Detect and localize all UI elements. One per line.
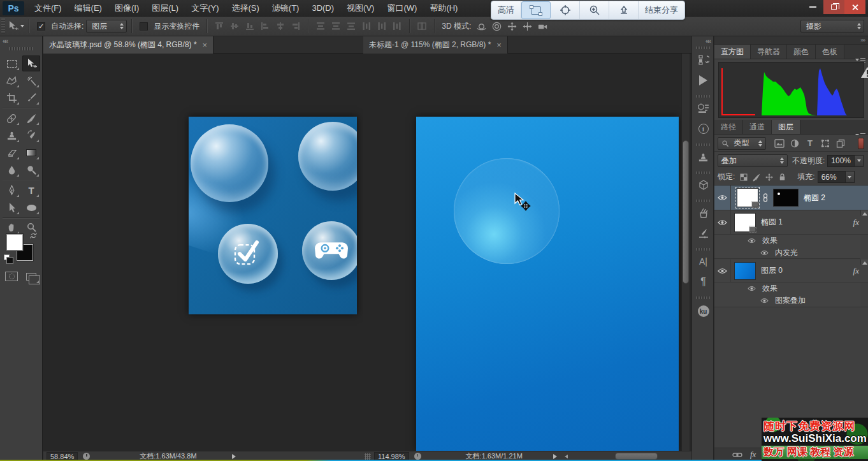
layer-thumbnail[interactable] (735, 214, 755, 231)
effects-row[interactable]: 效果 (714, 282, 860, 295)
info-panel-icon[interactable]: i (692, 121, 714, 137)
doc2-vscroll-thumb[interactable] (683, 140, 689, 284)
lock-position-icon[interactable] (763, 170, 775, 184)
type-tool[interactable]: T (22, 182, 40, 198)
3d-orbit-icon[interactable] (474, 19, 488, 33)
menu-image[interactable]: 图像(I) (108, 0, 145, 17)
close-button[interactable] (844, 0, 865, 14)
marquee-tool[interactable] (3, 55, 20, 71)
align-hcenter-icon[interactable] (273, 19, 287, 33)
target-button[interactable] (551, 1, 580, 19)
brush-presets-panel-icon[interactable] (692, 205, 714, 221)
doc1-close-icon[interactable]: × (203, 40, 208, 50)
dodge-tool[interactable] (22, 162, 40, 178)
lock-all-icon[interactable] (776, 170, 788, 184)
tab-channels[interactable]: 通道 (743, 120, 772, 134)
properties-panel-icon[interactable] (692, 100, 714, 117)
tab-swatches[interactable]: 色板 (816, 45, 844, 59)
doc2-resize-grip[interactable] (365, 453, 371, 460)
foreground-color-swatch[interactable] (6, 234, 23, 251)
filter-image-icon[interactable] (772, 136, 786, 150)
3d-camera-icon[interactable] (535, 19, 549, 33)
upload-button[interactable] (609, 1, 639, 19)
distribute-vcenter-icon[interactable] (329, 19, 343, 33)
opacity-dropdown-icon[interactable] (855, 155, 864, 167)
tab-paths[interactable]: 路径 (714, 120, 743, 134)
doc2-hscroll-thumb[interactable] (615, 453, 658, 460)
menu-file[interactable]: 文件(F) (28, 0, 68, 17)
layer-visibility-toggle[interactable] (714, 260, 731, 282)
zoom-button[interactable] (580, 1, 609, 19)
toolbox-collapse-icon[interactable]: «« (3, 38, 7, 45)
mask-link-icon[interactable] (762, 193, 769, 202)
align-right-icon[interactable] (289, 19, 303, 33)
fill-field[interactable]: 66% (818, 171, 846, 183)
character-panel-icon[interactable]: A| (692, 253, 714, 270)
brush-tool[interactable] (22, 110, 40, 126)
default-colors-icon[interactable] (4, 254, 10, 260)
layer-row-ellipse1[interactable]: 椭圆 1 fx (714, 210, 868, 235)
layer-name[interactable]: 椭圆 1 (761, 217, 783, 228)
lasso-tool[interactable] (3, 73, 20, 89)
auto-select-checkbox[interactable]: ✓ (37, 22, 45, 31)
eraser-tool[interactable] (3, 145, 20, 161)
blend-mode-dropdown[interactable]: 叠加 (718, 154, 788, 167)
layer-row-layer0[interactable]: 图层 0 fx (714, 260, 868, 282)
history-panel-icon[interactable] (692, 52, 714, 68)
dock-expand-icon[interactable]: »» (714, 36, 868, 45)
swap-colors-icon[interactable] (29, 231, 38, 240)
effects-row[interactable]: 效果 (714, 235, 860, 247)
filter-type-icon[interactable]: T (803, 136, 817, 150)
doc2-close-icon[interactable]: × (496, 40, 502, 50)
path-select-tool[interactable] (3, 200, 20, 216)
menu-help[interactable]: 帮助(H) (423, 0, 464, 17)
auto-align-icon[interactable] (415, 19, 429, 33)
hd-button[interactable]: 高清 (491, 1, 521, 19)
history-brush-tool[interactable] (22, 128, 40, 143)
tab-histogram[interactable]: 直方图 (714, 45, 751, 59)
lock-pixels-icon[interactable] (751, 170, 762, 184)
opacity-field[interactable]: 100% (827, 155, 855, 167)
menu-select[interactable]: 选择(S) (225, 0, 265, 17)
doc1-tab[interactable]: 水晶玻璃球.psd @ 58.8% (椭圆 4, RGB/8) * × (43, 36, 213, 54)
screen-mode-button[interactable] (22, 268, 40, 284)
tab-color[interactable]: 颜色 (787, 45, 816, 59)
magic-wand-tool[interactable] (22, 73, 40, 89)
show-transform-checkbox[interactable]: ✓ (140, 22, 148, 31)
layer-mask-thumbnail[interactable] (774, 189, 798, 206)
doc2-tab[interactable]: 未标题-1 @ 115% (椭圆 2, RGB/8) * × (363, 36, 508, 54)
layer-visibility-toggle[interactable] (714, 210, 731, 234)
3d-panel-icon[interactable] (692, 177, 714, 193)
doc2-vertical-scrollbar[interactable] (681, 54, 690, 451)
doc2-canvas[interactable] (363, 54, 691, 451)
menu-layer[interactable]: 图层(L) (145, 0, 185, 17)
distribute-bottom-icon[interactable] (344, 19, 358, 33)
tool-preset-icon[interactable] (6, 19, 20, 33)
filter-smartobject-icon[interactable] (834, 136, 848, 150)
distribute-hcenter-icon[interactable] (375, 19, 389, 33)
clone-source-panel-icon[interactable] (692, 149, 714, 165)
move-tool[interactable] (22, 55, 40, 71)
fx-collapse-button[interactable] (860, 210, 868, 216)
doc2-status-arrow-icon[interactable] (553, 454, 557, 459)
layer-fx-badge[interactable]: fx (853, 266, 859, 276)
layer-visibility-toggle[interactable] (714, 186, 731, 210)
workspace-dropdown[interactable]: 摄影 (800, 20, 864, 33)
auto-select-target-dropdown[interactable]: 图层 (86, 20, 127, 33)
fx-collapse-button[interactable] (860, 260, 868, 265)
menu-type[interactable]: 文字(Y) (185, 0, 225, 17)
3d-slide-icon[interactable] (520, 19, 534, 33)
pen-tool[interactable] (3, 182, 20, 198)
doc2-image[interactable] (416, 117, 679, 451)
menu-filter[interactable]: 滤镜(T) (266, 0, 306, 17)
menu-edit[interactable]: 编辑(E) (68, 0, 108, 17)
distribute-right-icon[interactable] (390, 19, 404, 33)
menu-window[interactable]: 窗口(W) (380, 0, 423, 17)
doc1-status-arrow-icon[interactable] (232, 454, 236, 459)
region-select-button[interactable] (521, 1, 551, 19)
minimize-button[interactable] (802, 0, 823, 14)
layer-name[interactable]: 椭圆 2 (804, 193, 825, 203)
layer-name[interactable]: 图层 0 (761, 265, 783, 276)
brush-panel-icon[interactable] (692, 225, 714, 242)
tool-preset-caret[interactable] (20, 25, 24, 27)
